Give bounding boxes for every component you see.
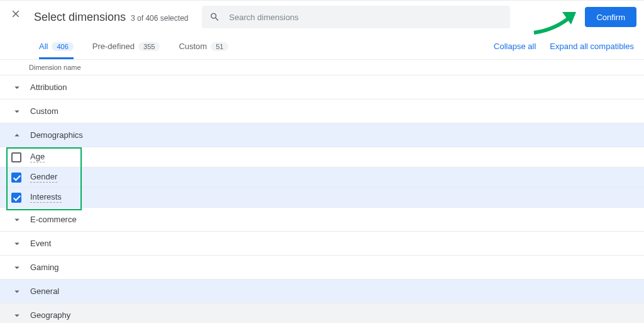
group-label: E-commerce [30, 215, 77, 224]
tab-all[interactable]: All 406 [39, 33, 74, 59]
group-label: Event [30, 239, 51, 248]
page-title: Select dimensions [34, 11, 126, 24]
chevron-down-icon [11, 262, 23, 273]
dimension-item-interests[interactable]: Interests [0, 188, 644, 208]
tab-label: Pre-defined [92, 42, 135, 51]
chevron-down-icon [11, 310, 23, 321]
group-label: Demographics [30, 130, 83, 140]
dimension-item-gender[interactable]: Gender [0, 167, 644, 188]
title-wrap: Select dimensions 3 of 406 selected [34, 11, 188, 24]
close-icon[interactable] [10, 8, 21, 21]
dimension-label: Interests [30, 192, 62, 203]
links-right: Collapse all Expand all compatibles [494, 42, 634, 51]
checkbox-gender[interactable] [11, 173, 21, 183]
group-label: Geography [30, 310, 70, 320]
group-ecommerce[interactable]: E-commerce [0, 208, 644, 232]
tab-count: 355 [138, 42, 160, 51]
group-geography[interactable]: Geography [0, 303, 644, 323]
chevron-down-icon [11, 238, 23, 249]
checkbox-interests[interactable] [11, 193, 21, 203]
chevron-down-icon [11, 106, 23, 117]
annotation-arrow [531, 4, 587, 36]
tab-label: All [39, 42, 48, 51]
tab-custom[interactable]: Custom 51 [179, 33, 228, 59]
dimension-list: Attribution Custom Demographics Age Gend… [0, 76, 644, 323]
selection-count: 3 of 406 selected [131, 14, 188, 23]
dimension-label: Gender [30, 172, 57, 183]
search-input[interactable] [229, 13, 502, 22]
collapse-all-link[interactable]: Collapse all [494, 42, 536, 51]
chevron-up-icon [11, 130, 23, 141]
header-bar: Select dimensions 3 of 406 selected Conf… [0, 0, 644, 33]
chevron-down-icon [11, 286, 23, 297]
search-icon [209, 11, 220, 23]
tabs-row: All 406 Pre-defined 355 Custom 51 Collap… [0, 33, 644, 60]
group-gaming[interactable]: Gaming [0, 256, 644, 280]
group-label: General [30, 286, 59, 296]
expand-all-link[interactable]: Expand all compatibles [550, 42, 634, 51]
tab-count: 51 [211, 42, 228, 51]
group-event[interactable]: Event [0, 232, 644, 256]
group-custom[interactable]: Custom [0, 99, 644, 123]
tab-predefined[interactable]: Pre-defined 355 [92, 33, 160, 59]
column-header: Dimension name [0, 60, 644, 76]
group-label: Custom [30, 106, 58, 116]
checkbox-age[interactable] [11, 152, 21, 162]
chevron-down-icon [11, 214, 23, 225]
chevron-down-icon [11, 82, 23, 93]
group-label: Gaming [30, 263, 59, 272]
tab-count: 406 [52, 42, 73, 51]
dimension-item-age[interactable]: Age [0, 147, 644, 167]
dimension-label: Age [30, 152, 45, 162]
tab-label: Custom [179, 42, 207, 51]
confirm-button[interactable]: Confirm [585, 7, 636, 27]
group-general[interactable]: General [0, 280, 644, 303]
group-demographics[interactable]: Demographics [0, 123, 644, 147]
group-label: Attribution [30, 82, 67, 92]
group-attribution[interactable]: Attribution [0, 76, 644, 99]
search-box[interactable] [202, 6, 510, 28]
